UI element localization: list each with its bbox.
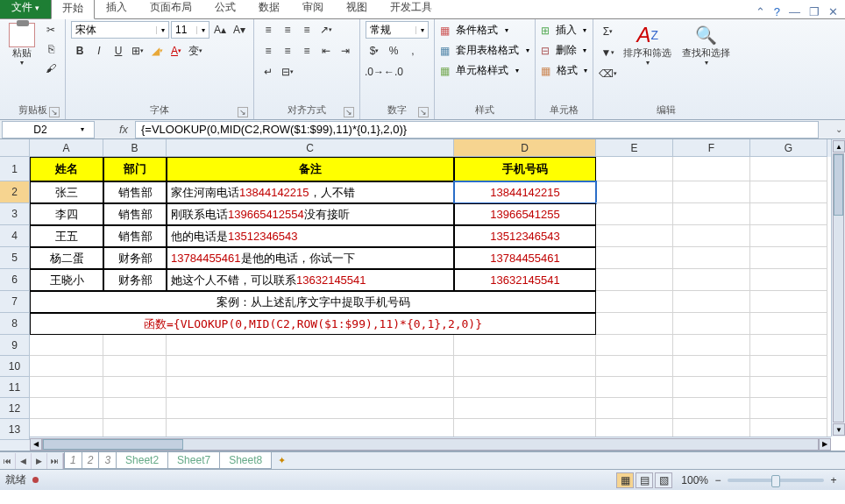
cell-G12[interactable] — [750, 398, 827, 419]
cell-C12[interactable] — [167, 398, 454, 419]
cell-ref-input[interactable] — [3, 124, 78, 136]
dev-tab[interactable]: 开发工具 — [379, 0, 444, 18]
name-box[interactable]: ▾ — [2, 121, 95, 138]
border-button[interactable]: ⊞▾ — [129, 42, 146, 60]
insert-tab[interactable]: 插入 — [95, 0, 138, 18]
cell-E5[interactable] — [596, 247, 673, 269]
cell-D5[interactable]: 13784455461 — [454, 247, 596, 269]
find-select-button[interactable]: 🔍 查找和选择 ▾ — [678, 21, 734, 68]
sheet-prev-icon[interactable]: ◀ — [16, 453, 32, 469]
row-header-10[interactable]: 10 — [0, 356, 30, 377]
indent-dec-button[interactable]: ⇤ — [317, 42, 335, 60]
phonetic-button[interactable]: 变▾ — [187, 42, 204, 60]
fill-color-button[interactable]: ◢▾ — [148, 42, 166, 60]
cell-A10[interactable] — [30, 356, 103, 377]
number-format-combo[interactable]: ▾ — [366, 21, 429, 39]
cells-area[interactable]: 姓名部门备注手机号码张三销售部家住河南电话13844142215，人不错1384… — [30, 157, 831, 437]
indent-inc-button[interactable]: ⇥ — [337, 42, 354, 60]
italic-button[interactable]: I — [90, 42, 108, 60]
font-size-combo[interactable]: ▾ — [171, 21, 209, 39]
review-tab[interactable]: 审阅 — [291, 0, 335, 18]
sheet-tab-2[interactable]: 2 — [82, 452, 100, 469]
font-launcher[interactable]: ↘ — [238, 107, 248, 117]
window-restore-icon[interactable]: ❐ — [809, 5, 820, 18]
underline-button[interactable]: U — [110, 42, 127, 60]
cell-D3[interactable]: 13966541255 — [454, 203, 596, 225]
cell-A4[interactable]: 王五 — [30, 225, 103, 247]
formula-expand-icon[interactable]: ⌄ — [833, 124, 845, 134]
sheet-next-icon[interactable]: ▶ — [32, 453, 47, 469]
help-icon[interactable]: ? — [774, 5, 780, 18]
copy-button[interactable]: ⎘ — [42, 40, 60, 58]
row-header-8[interactable]: 8 — [0, 313, 30, 335]
cell-E6[interactable] — [596, 269, 673, 291]
cell-F4[interactable] — [673, 225, 750, 247]
cell-E10[interactable] — [596, 356, 673, 377]
cell-B3[interactable]: 销售部 — [103, 203, 167, 225]
cell-B10[interactable] — [103, 356, 167, 377]
cell-C9[interactable] — [167, 335, 454, 356]
cell-F6[interactable] — [673, 269, 750, 291]
column-header-F[interactable]: F — [673, 139, 750, 157]
cell-G5[interactable] — [750, 247, 827, 269]
cell-D4[interactable]: 13512346543 — [454, 225, 596, 247]
cell-C11[interactable] — [167, 377, 454, 398]
cell-B5[interactable]: 财务部 — [103, 247, 167, 269]
cell-F2[interactable] — [673, 181, 750, 203]
vertical-scrollbar[interactable]: ▲ ▼ — [831, 139, 845, 437]
cell-F5[interactable] — [673, 247, 750, 269]
page-layout-tab[interactable]: 页面布局 — [138, 0, 203, 18]
bold-button[interactable]: B — [71, 42, 89, 60]
cell-A9[interactable] — [30, 335, 103, 356]
cell-B6[interactable]: 财务部 — [103, 269, 167, 291]
row-header-9[interactable]: 9 — [0, 335, 30, 356]
sheet-tab-Sheet7[interactable]: Sheet7 — [167, 452, 220, 469]
window-close-icon[interactable]: ✕ — [828, 5, 838, 18]
cell-A6[interactable]: 王晓小 — [30, 269, 103, 291]
fx-icon[interactable]: fx — [116, 122, 131, 138]
cell-E8[interactable] — [596, 313, 673, 335]
cell-B11[interactable] — [103, 377, 167, 398]
cell-F12[interactable] — [673, 398, 750, 419]
page-break-view-button[interactable]: ▧ — [655, 472, 672, 488]
cell-E4[interactable] — [596, 225, 673, 247]
column-header-B[interactable]: B — [103, 139, 167, 157]
cell-B12[interactable] — [103, 398, 167, 419]
number-launcher[interactable]: ↘ — [418, 107, 429, 117]
format-painter-button[interactable]: 🖌 — [42, 60, 60, 77]
orientation-button[interactable]: ↗▾ — [317, 21, 335, 39]
zoom-slider[interactable] — [728, 479, 824, 482]
zoom-percent[interactable]: 100% — [681, 474, 708, 486]
cell-F11[interactable] — [673, 377, 750, 398]
column-header-C[interactable]: C — [167, 139, 454, 157]
row-header-7[interactable]: 7 — [0, 291, 30, 313]
column-header-E[interactable]: E — [596, 139, 673, 157]
cell-D1[interactable]: 手机号码 — [454, 157, 596, 181]
column-header-D[interactable]: D — [454, 139, 596, 157]
normal-view-button[interactable]: ▦ — [616, 472, 634, 488]
wrap-text-button[interactable]: ↵ — [259, 63, 277, 81]
cell-D11[interactable] — [454, 377, 596, 398]
cell-A3[interactable]: 李四 — [30, 203, 103, 225]
cell-F3[interactable] — [673, 203, 750, 225]
horizontal-scrollbar[interactable]: ◀ ▶ — [30, 437, 831, 451]
cell-C4[interactable]: 他的电话是13512346543 — [167, 225, 454, 247]
cell-G10[interactable] — [750, 356, 827, 377]
zoom-out-button[interactable]: − — [712, 474, 724, 486]
sheet-last-icon[interactable]: ⏭ — [47, 453, 63, 469]
cell-E1[interactable] — [596, 157, 673, 181]
cell-E2[interactable] — [596, 181, 673, 203]
cell-C2[interactable]: 家住河南电话13844142215，人不错 — [167, 181, 454, 203]
window-min-icon[interactable]: — — [789, 5, 800, 18]
minimize-ribbon-icon[interactable]: ⌃ — [756, 5, 765, 18]
cell-A8[interactable]: 函数={VLOOKUP(0,MID(C2,ROW($1:$99),11)*{0,… — [30, 313, 596, 335]
new-sheet-button[interactable]: ✦ — [271, 453, 293, 468]
align-middle-button[interactable]: ≡ — [279, 21, 296, 39]
currency-button[interactable]: $▾ — [366, 42, 383, 60]
cell-G11[interactable] — [750, 377, 827, 398]
cell-A12[interactable] — [30, 398, 103, 419]
row-header-6[interactable]: 6 — [0, 269, 30, 291]
cell-G2[interactable] — [750, 181, 827, 203]
column-header-A[interactable]: A — [30, 139, 103, 157]
font-family-combo[interactable]: ▾ — [71, 21, 169, 39]
